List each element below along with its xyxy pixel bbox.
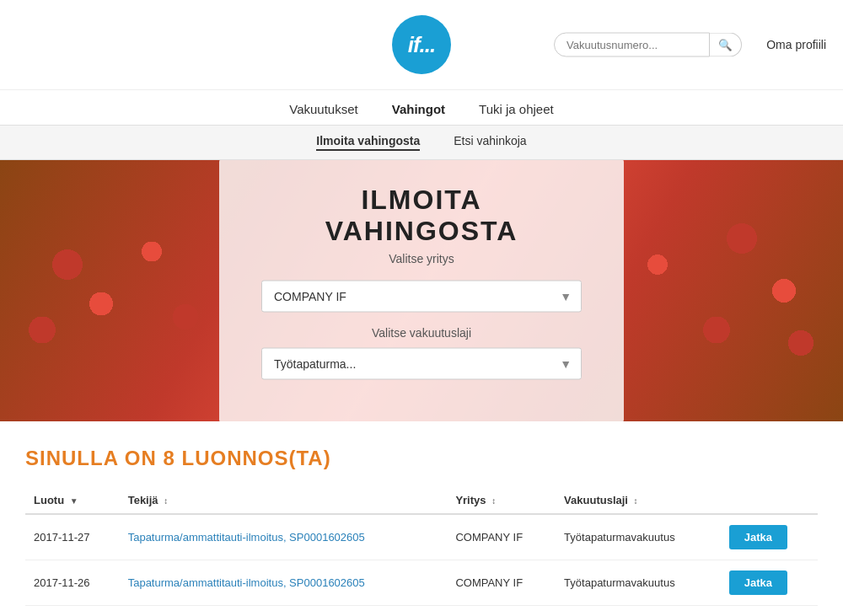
search-bar: 🔍 (554, 33, 742, 57)
nav-vakuutukset[interactable]: Vakuutukset (289, 102, 357, 116)
hero-overlay: ILMOITA VAHINGOSTA Valitse yritys COMPAN… (219, 160, 624, 421)
drafts-heading: SINULLA ON 8 LUONNOS(TA) (25, 447, 818, 470)
cell-vakuutuslaji-1: Työtapaturmavakuutus (556, 514, 721, 560)
content-area: SINULLA ON 8 LUONNOS(TA) Luotu ▼ Tekijä … (0, 421, 843, 606)
nav-tuki[interactable]: Tuki ja ohjeet (479, 102, 554, 116)
jatka-button-1[interactable]: Jatka (729, 525, 787, 549)
logo-text: if... (408, 32, 436, 58)
tekija-link-2[interactable]: Tapaturma/ammattitauti-ilmoitus, SP00016… (128, 576, 365, 589)
col-vakuutuslaji[interactable]: Vakuutuslaji ↕ (556, 487, 721, 514)
vakuutus-label: Valitse vakuutuslaji (261, 326, 582, 340)
hero-company-label: Valitse yritys (261, 252, 582, 265)
sort-icon-vakuutuslaji: ↕ (634, 496, 638, 506)
search-button[interactable]: 🔍 (710, 33, 742, 57)
cell-yritys-2: COMPANY IF (447, 560, 556, 606)
table-body: 2017-11-27 Tapaturma/ammattitauti-ilmoit… (25, 514, 818, 606)
logo[interactable]: if... (392, 15, 451, 74)
cell-yritys-1: COMPANY IF (447, 514, 556, 560)
drafts-table: Luotu ▼ Tekijä ↕ Yritys ↕ Vakuutuslaji ↕ (25, 487, 818, 606)
sort-icon-tekija: ↕ (164, 496, 168, 506)
subnav-etsi[interactable]: Etsi vahinkoja (454, 134, 526, 151)
sub-nav: Ilmoita vahingosta Etsi vahinkoja (0, 125, 843, 160)
col-action (721, 487, 818, 514)
hero-section: ILMOITA VAHINGOSTA Valitse yritys COMPAN… (0, 160, 843, 421)
cell-date-2: 2017-11-26 (25, 560, 120, 606)
cell-date-1: 2017-11-27 (25, 514, 120, 560)
cell-vakuutuslaji-2: Työtapaturmavakuutus (556, 560, 721, 606)
cell-action-1: Jatka (721, 514, 818, 560)
vakuutus-select-wrapper: Työtapaturma... ▼ (261, 348, 582, 380)
table-header: Luotu ▼ Tekijä ↕ Yritys ↕ Vakuutuslaji ↕ (25, 487, 818, 514)
cell-action-2: Jatka (721, 560, 818, 606)
profile-link[interactable]: Oma profiili (766, 38, 826, 51)
vakuutus-select[interactable]: Työtapaturma... (261, 348, 582, 380)
drafts-table-wrapper: Luotu ▼ Tekijä ↕ Yritys ↕ Vakuutuslaji ↕ (25, 487, 818, 606)
sort-icon-yritys: ↕ (491, 496, 496, 506)
col-tekija[interactable]: Tekijä ↕ (120, 487, 448, 514)
cell-tekija-1: Tapaturma/ammattitauti-ilmoitus, SP00016… (120, 514, 448, 560)
tekija-link-1[interactable]: Tapaturma/ammattitauti-ilmoitus, SP00016… (128, 531, 365, 544)
header: if... 🔍 Oma profiili (0, 0, 843, 90)
company-select[interactable]: COMPANY IF (261, 281, 582, 313)
nav-vahingot[interactable]: Vahingot (392, 102, 445, 116)
table-row: 2017-11-27 Tapaturma/ammattitauti-ilmoit… (25, 514, 818, 560)
main-nav: Vakuutukset Vahingot Tuki ja ohjeet (0, 90, 843, 125)
subnav-ilmoita[interactable]: Ilmoita vahingosta (316, 134, 420, 151)
jatka-button-2[interactable]: Jatka (729, 570, 787, 595)
cell-tekija-2: Tapaturma/ammattitauti-ilmoitus, SP00016… (120, 560, 448, 606)
company-select-wrapper: COMPANY IF ▼ (261, 281, 582, 313)
hero-title: ILMOITA VAHINGOSTA (261, 185, 582, 247)
sort-icon-luotu: ▼ (70, 496, 78, 506)
search-input[interactable] (554, 33, 710, 57)
col-yritys[interactable]: Yritys ↕ (447, 487, 556, 514)
table-row: 2017-11-26 Tapaturma/ammattitauti-ilmoit… (25, 560, 818, 606)
col-luotu[interactable]: Luotu ▼ (25, 487, 120, 514)
search-icon: 🔍 (718, 39, 733, 51)
